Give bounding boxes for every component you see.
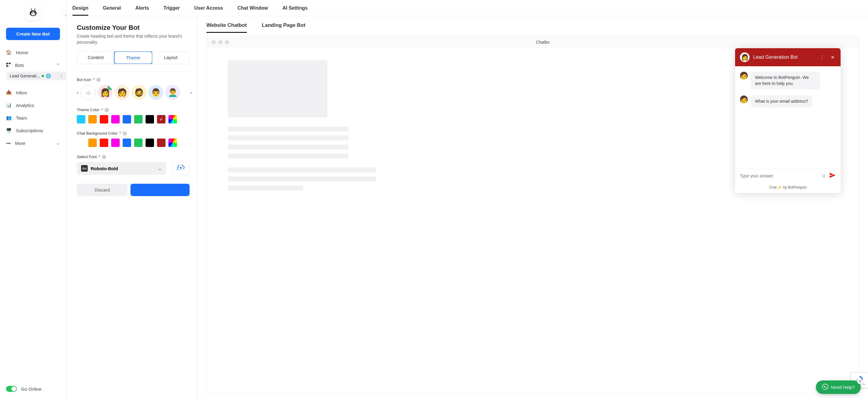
bg-color-swatch[interactable] bbox=[146, 139, 154, 147]
bg-color-swatch[interactable] bbox=[157, 139, 165, 147]
theme-color-swatch[interactable] bbox=[77, 115, 85, 124]
info-icon[interactable]: i bbox=[123, 131, 127, 136]
info-icon[interactable]: i bbox=[102, 155, 106, 159]
bot-icon-option-5[interactable]: 👨‍🦱 bbox=[165, 85, 180, 100]
nav-team[interactable]: 👥 Team bbox=[0, 111, 66, 124]
theme-color-swatch[interactable] bbox=[111, 115, 120, 124]
browser-bar: Chatbo bbox=[207, 36, 859, 48]
theme-color-swatch[interactable] bbox=[123, 115, 131, 124]
info-icon[interactable]: i bbox=[104, 108, 109, 112]
svg-point-6 bbox=[31, 12, 33, 13]
send-icon[interactable] bbox=[829, 172, 836, 180]
sidebar: ‹ Create New Bot 🏠 Home Bots ⌃ Lead Gene… bbox=[0, 0, 66, 400]
segment-layout[interactable]: Layout bbox=[152, 52, 189, 64]
bot-icon-option-4[interactable]: 👨 bbox=[148, 85, 163, 100]
chat-input[interactable] bbox=[740, 173, 818, 178]
create-new-bot-button[interactable]: Create New Bot bbox=[6, 28, 60, 40]
nav-subscriptions[interactable]: 🖥️ Subscriptions bbox=[0, 124, 66, 137]
tab-ai-settings[interactable]: AI Settings bbox=[282, 1, 308, 15]
nav-analytics[interactable]: 📊 Analytics bbox=[0, 99, 66, 111]
segment-theme[interactable]: Theme bbox=[114, 51, 152, 64]
panel-title: Customize Your Bot bbox=[77, 24, 190, 32]
nav-analytics-label: Analytics bbox=[16, 103, 34, 108]
subscriptions-icon: 🖥️ bbox=[6, 128, 12, 133]
carousel-next-button[interactable]: › bbox=[190, 87, 192, 99]
nav-inbox[interactable]: 📥 Inbox bbox=[0, 86, 66, 99]
bolt-icon: ⚡ bbox=[778, 185, 782, 190]
bg-color-swatch[interactable] bbox=[88, 139, 97, 147]
more-icon: ••• bbox=[6, 141, 11, 146]
tab-user-access[interactable]: User Access bbox=[194, 1, 223, 15]
customize-panel: Customize Your Bot Create heading text a… bbox=[66, 16, 197, 400]
chat-msg-avatar: 👩 bbox=[740, 72, 748, 79]
chevron-down-icon: ⌄ bbox=[56, 140, 60, 146]
help-close-icon[interactable]: ✕ bbox=[857, 378, 863, 384]
logo[interactable] bbox=[25, 4, 41, 20]
chat-input-row: ☺ bbox=[735, 169, 841, 183]
upload-font-button[interactable] bbox=[172, 162, 190, 175]
bot-icon-upload[interactable]: ☁️ bbox=[81, 85, 96, 100]
bot-icon-option-6[interactable] bbox=[182, 85, 188, 100]
nav-inbox-label: Inbox bbox=[16, 90, 27, 95]
font-preview-icon: Aa bbox=[81, 165, 88, 172]
theme-color-swatch-selected[interactable] bbox=[157, 115, 165, 124]
font-select[interactable]: Aa Roboto-Bold ⌄ bbox=[77, 162, 166, 175]
nav-bots-label: Bots bbox=[15, 63, 24, 68]
theme-color-swatch[interactable] bbox=[134, 115, 143, 124]
bg-color-swatch[interactable] bbox=[134, 139, 143, 147]
home-icon: 🏠 bbox=[6, 50, 12, 55]
bot-icon-label: Bot Icon* i bbox=[77, 77, 190, 82]
bot-icon-option-3[interactable]: 🧔 bbox=[131, 85, 147, 100]
team-icon: 👥 bbox=[6, 115, 12, 121]
chat-body: 👩 Welcome to BotPenguin. We are here to … bbox=[735, 66, 841, 169]
bg-color-swatches bbox=[77, 139, 190, 147]
chat-menu-button[interactable]: ⋮ bbox=[818, 55, 826, 60]
chat-close-button[interactable]: ✕ bbox=[830, 55, 836, 60]
tab-general[interactable]: General bbox=[103, 1, 121, 15]
bg-color-custom[interactable] bbox=[168, 139, 177, 147]
theme-color-swatch[interactable] bbox=[100, 115, 108, 124]
theme-color-swatches bbox=[77, 115, 190, 124]
bg-color-swatch[interactable] bbox=[100, 139, 108, 147]
need-help-button[interactable]: Need Help? ✕ bbox=[816, 380, 861, 394]
bots-icon bbox=[6, 62, 11, 68]
discard-button[interactable]: Discard bbox=[77, 184, 127, 196]
chat-header-avatar: 👩 bbox=[740, 53, 749, 62]
chat-message: 👩 Welcome to BotPenguin. We are here to … bbox=[740, 72, 836, 90]
font-label: Select Font * i bbox=[77, 155, 190, 159]
chat-bubble: What is your email address? bbox=[751, 96, 812, 107]
tab-chat-window[interactable]: Chat Window bbox=[238, 1, 268, 15]
chat-bubble: Welcome to BotPenguin. We are here to he… bbox=[751, 72, 820, 90]
nav-bots[interactable]: Bots ⌃ bbox=[0, 59, 66, 72]
sidebar-collapse-button[interactable]: ‹ bbox=[62, 11, 70, 19]
bg-color-swatch[interactable] bbox=[123, 139, 131, 147]
kebab-menu-icon[interactable]: ⋮ bbox=[59, 73, 64, 78]
preview-tab-landing[interactable]: Landing Page Bot bbox=[262, 22, 306, 33]
sidebar-bot-item[interactable]: Lead Generati... 🌐 ⋮ bbox=[7, 72, 66, 80]
chevron-down-icon: ⌄ bbox=[158, 166, 162, 171]
bg-color-label: Chat Background Color * i bbox=[77, 131, 190, 136]
tab-trigger[interactable]: Trigger bbox=[163, 1, 180, 15]
save-changes-button[interactable] bbox=[130, 184, 190, 196]
tab-alerts[interactable]: Alerts bbox=[135, 1, 149, 15]
bot-icon-option-1[interactable]: 👩 bbox=[98, 85, 113, 100]
bg-color-swatch[interactable] bbox=[111, 139, 120, 147]
go-online-toggle[interactable] bbox=[6, 386, 17, 392]
theme-color-swatch[interactable] bbox=[88, 115, 97, 124]
info-icon[interactable]: i bbox=[96, 78, 101, 82]
svg-rect-8 bbox=[6, 63, 8, 64]
browser-dot-icon bbox=[225, 40, 229, 44]
tab-design[interactable]: Design bbox=[72, 1, 88, 15]
theme-color-custom[interactable] bbox=[168, 115, 177, 124]
bot-icon-option-2[interactable]: 🧑 bbox=[115, 85, 130, 100]
emoji-icon[interactable]: ☺ bbox=[821, 173, 826, 178]
nav-home[interactable]: 🏠 Home bbox=[0, 46, 66, 59]
browser-dot-icon bbox=[212, 40, 216, 44]
segment-content[interactable]: Content bbox=[77, 52, 114, 64]
cloud-upload-icon bbox=[177, 165, 185, 172]
chat-message: 👩 What is your email address? bbox=[740, 96, 836, 107]
carousel-prev-button[interactable]: ‹ bbox=[77, 87, 79, 99]
theme-color-swatch[interactable] bbox=[146, 115, 154, 124]
preview-tab-website[interactable]: Website Chatbot bbox=[207, 22, 247, 33]
nav-more[interactable]: ••• More ⌄ bbox=[0, 137, 66, 149]
